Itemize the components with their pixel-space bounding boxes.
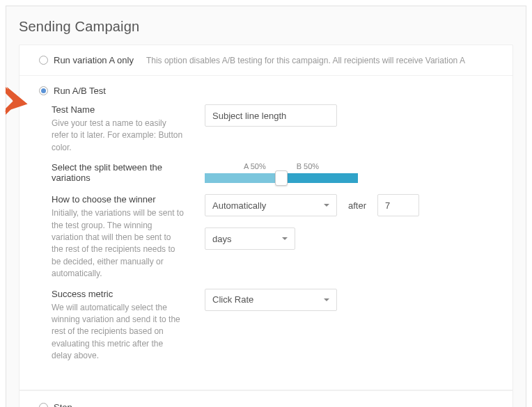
field-metric: Success metric We will automatically sel… — [39, 289, 497, 362]
split-slider[interactable]: A 50% B 50% — [205, 162, 358, 183]
svg-marker-0 — [6, 87, 19, 115]
field-test-name: Test Name Give your test a name to easil… — [39, 104, 497, 154]
split-track-b — [281, 173, 358, 183]
metric-select[interactable]: Click Rate — [205, 289, 337, 311]
radio-variation-a-label: Run variation A only — [54, 55, 134, 65]
delay-unit-value: days — [212, 234, 231, 244]
metric-value: Click Rate — [212, 294, 253, 305]
page-title: Sending Campaign — [19, 6, 513, 45]
delay-unit-select[interactable]: days — [205, 228, 295, 250]
winner-method-select[interactable]: Automatically — [205, 194, 337, 216]
radio-ab-test-label: Run A/B Test — [54, 86, 106, 96]
test-name-desc: Give your test a name to easily refer to… — [52, 118, 184, 154]
winner-title: How to choose the winner — [52, 194, 184, 205]
split-track-a — [205, 173, 281, 183]
split-handle[interactable] — [275, 170, 288, 186]
test-name-title: Test Name — [52, 104, 184, 115]
after-label: after — [348, 200, 366, 211]
split-label-a: A 50% — [244, 162, 266, 170]
split-title: Select the split between the variations — [52, 162, 184, 183]
variation-a-hint: This option disables A/B testing for thi… — [146, 56, 465, 65]
delay-value-input[interactable] — [377, 194, 419, 216]
metric-desc: We will automatically select the winning… — [52, 302, 184, 362]
radio-stop-label: Stop — [54, 402, 72, 407]
radio-stop[interactable] — [39, 403, 48, 407]
option-stop: Stop — [19, 390, 513, 407]
option-ab-test: Run A/B Test Test Name Give your test a … — [19, 76, 513, 390]
option-variation-a: Run variation A only This option disable… — [19, 45, 513, 76]
test-name-input[interactable] — [205, 104, 337, 127]
split-label-b: B 50% — [297, 162, 319, 170]
field-split: Select the split between the variations … — [39, 162, 497, 186]
split-track[interactable] — [205, 173, 358, 183]
metric-title: Success metric — [52, 289, 184, 299]
sending-campaign-panel: Sending Campaign Run variation A only Th… — [6, 6, 526, 407]
winner-desc: Initially, the variations will be sent t… — [52, 207, 184, 280]
field-winner: How to choose the winner Initially, the … — [39, 194, 497, 280]
winner-method-value: Automatically — [212, 200, 266, 211]
radio-ab-test[interactable] — [39, 86, 48, 95]
radio-variation-a[interactable] — [39, 56, 48, 65]
options-card: Run variation A only This option disable… — [19, 45, 513, 407]
